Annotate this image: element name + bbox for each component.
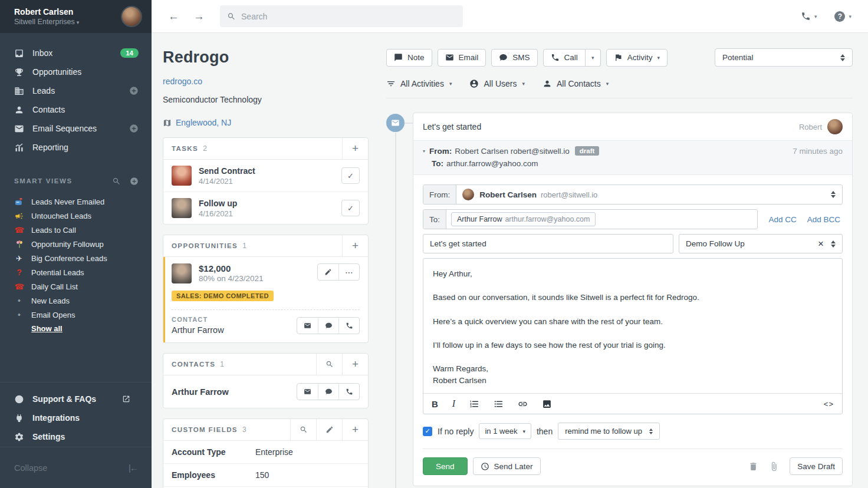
add-cc-link[interactable]: Add CC: [768, 215, 796, 224]
activity-button[interactable]: Activity ▾: [606, 49, 668, 67]
send-button[interactable]: Send: [423, 457, 468, 475]
smart-view-daily-call-list[interactable]: ☎ Daily Call List: [0, 279, 152, 294]
add-sequence-button[interactable]: [129, 124, 139, 133]
call-options-button[interactable]: ▾: [586, 49, 601, 67]
from-select[interactable]: From: Robert Carlsen robert@sitwell.io: [423, 184, 843, 205]
more-options-button[interactable]: ⋯: [338, 264, 359, 280]
email-contact-button[interactable]: [297, 384, 318, 400]
sms-button[interactable]: SMS: [491, 49, 537, 67]
sidebar-item-email-sequences[interactable]: Email Sequences: [0, 119, 152, 138]
sidebar-item-contacts[interactable]: Contacts: [0, 100, 152, 119]
filter-all-users[interactable]: All Users ▾: [469, 79, 525, 88]
followup-action-select[interactable]: remind me to follow up: [558, 423, 660, 440]
filter-all-contacts[interactable]: All Contacts ▾: [542, 79, 609, 88]
task-row[interactable]: Send Contract 4/14/2021 ✓: [163, 160, 368, 192]
thread-timestamp: 7 minutes ago: [793, 147, 843, 156]
envelope-icon: [304, 322, 311, 329]
user-avatar[interactable]: [121, 6, 142, 27]
link-button[interactable]: [518, 399, 528, 409]
subject-input[interactable]: [423, 234, 673, 253]
filter-all-activities[interactable]: All Activities ▾: [386, 79, 452, 88]
main-area: ← → ▾ ? ▾ Redrogo redrogo.co: [152, 0, 868, 488]
clear-template-icon[interactable]: ×: [818, 239, 824, 249]
search-fields-button[interactable]: [290, 419, 316, 440]
delete-draft-button[interactable]: [748, 461, 758, 471]
custom-field-row[interactable]: Account Type Enterprise: [163, 441, 368, 463]
sidebar-item-settings[interactable]: Settings: [0, 427, 152, 446]
smart-view-leads-never-emailed[interactable]: Leads Never Emailed: [0, 194, 152, 209]
add-contact-button[interactable]: +: [342, 354, 368, 375]
collapse-email-icon[interactable]: ▾: [423, 149, 425, 154]
template-select[interactable]: Demo Follow Up ×: [679, 234, 843, 253]
contact-row[interactable]: Arthur Farrow: [163, 375, 368, 408]
sidebar-item-inbox[interactable]: Inbox 14: [0, 44, 152, 62]
smart-view-opportunity-followup[interactable]: Opportunity Followup: [0, 237, 152, 251]
save-draft-button[interactable]: Save Draft: [790, 457, 843, 475]
collapse-sidebar-button[interactable]: Collapse |←: [0, 447, 152, 488]
smart-view-leads-to-call[interactable]: ☎ Leads to Call: [0, 223, 152, 237]
lead-website-link[interactable]: redrogo.co: [163, 77, 202, 86]
email-body-editor[interactable]: Hey Arthur, Based on our conversation, i…: [423, 258, 843, 414]
bulleted-list-button[interactable]: [494, 399, 504, 409]
forward-button[interactable]: →: [193, 10, 205, 23]
question-mark-icon: ?: [14, 268, 24, 277]
add-field-button[interactable]: +: [342, 419, 368, 440]
lead-location-link[interactable]: Englewood, NJ: [176, 118, 231, 127]
search-input[interactable]: [241, 12, 456, 21]
add-task-button[interactable]: +: [342, 138, 368, 159]
italic-button[interactable]: I: [452, 398, 455, 409]
call-contact-button[interactable]: [338, 318, 359, 334]
sms-contact-button[interactable]: [318, 318, 338, 334]
edit-opportunity-button[interactable]: [318, 264, 338, 280]
recipient-chip[interactable]: Arthur Farrow arthur.farrow@yahoo.com: [451, 212, 596, 226]
smart-view-email-opens[interactable]: • Email Opens: [0, 308, 152, 322]
org-switcher[interactable]: Robert Carlsen Sitwell Enterprises▾: [0, 0, 152, 33]
custom-field-row[interactable]: Employees 150: [163, 464, 368, 486]
email-contact-button[interactable]: [297, 318, 318, 334]
add-bcc-link[interactable]: Add BCC: [807, 215, 840, 224]
followup-when-select[interactable]: in 1 week ▾: [479, 423, 531, 439]
if-no-reply-checkbox[interactable]: ✓: [423, 427, 432, 436]
attach-file-button[interactable]: [769, 461, 779, 471]
sidebar-item-leads[interactable]: Leads: [0, 81, 152, 100]
lead-status-select[interactable]: Potential: [715, 48, 853, 67]
complete-task-button[interactable]: ✓: [341, 167, 360, 184]
smart-view-untouched-leads[interactable]: Untouched Leads: [0, 209, 152, 223]
search-icon[interactable]: [112, 177, 121, 186]
show-all-link[interactable]: Show all: [31, 324, 63, 333]
image-button[interactable]: [542, 399, 552, 409]
contacts-card: CONTACTS 1 + Arthur Farrow: [163, 353, 369, 408]
sms-contact-button[interactable]: [318, 384, 338, 400]
sidebar-item-support[interactable]: Support & FAQs: [0, 390, 152, 408]
html-mode-button[interactable]: <>: [824, 400, 834, 408]
back-button[interactable]: ←: [168, 10, 179, 23]
numbered-list-button[interactable]: [469, 399, 479, 409]
sidebar-item-integrations[interactable]: Integrations: [0, 408, 152, 427]
gear-icon: [14, 432, 24, 442]
add-smart-view-icon[interactable]: [130, 177, 139, 186]
sidebar-item-opportunities[interactable]: Opportunities: [0, 62, 152, 81]
email-button[interactable]: Email: [438, 49, 486, 67]
to-field[interactable]: To: Arthur Farrow arthur.farrow@yahoo.co…: [423, 209, 758, 229]
phone-menu[interactable]: ▾: [801, 11, 817, 21]
send-later-button[interactable]: Send Later: [473, 457, 541, 475]
smart-view-big-conference-leads[interactable]: ✈ Big Conference Leads: [0, 251, 152, 265]
add-lead-button[interactable]: [129, 86, 139, 95]
smart-view-new-leads[interactable]: • New Leads: [0, 294, 152, 308]
note-button[interactable]: Note: [386, 49, 432, 67]
add-opportunity-button[interactable]: +: [342, 235, 368, 256]
clock-icon: [481, 462, 489, 471]
global-search[interactable]: [220, 5, 463, 27]
task-row[interactable]: Follow up 4/16/2021 ✓: [163, 192, 368, 224]
search-contacts-button[interactable]: [316, 354, 342, 375]
complete-task-button[interactable]: ✓: [341, 200, 360, 216]
smart-view-potential-leads[interactable]: ? Potential Leads: [0, 265, 152, 279]
edit-fields-button[interactable]: [316, 419, 342, 440]
call-button[interactable]: Call: [543, 49, 586, 67]
phone-icon: [346, 388, 353, 395]
sidebar-nav: Inbox 14 Opportunities Leads Contacts Em…: [0, 33, 152, 157]
call-contact-button[interactable]: [338, 384, 359, 400]
sidebar-item-reporting[interactable]: Reporting: [0, 138, 152, 157]
help-menu[interactable]: ? ▾: [834, 11, 851, 22]
bold-button[interactable]: B: [432, 399, 438, 409]
